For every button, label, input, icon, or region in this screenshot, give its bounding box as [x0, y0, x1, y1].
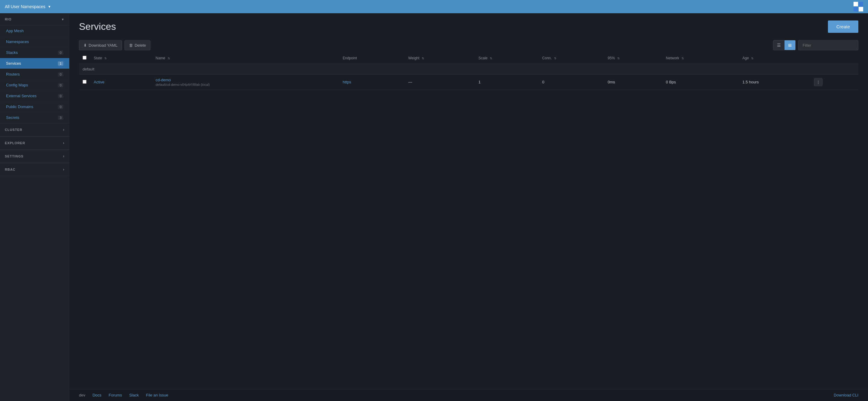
sidebar-rbac-section[interactable]: RBAC › [0, 163, 69, 176]
services-table: State ⇅ Name ⇅ Endpoint Weight ⇅ [79, 53, 858, 90]
footer-forums-link[interactable]: Forums [109, 393, 122, 397]
footer-slack-link[interactable]: Slack [129, 393, 139, 397]
main-layout: RIO ▼ App Mesh Namespaces Stacks 0 Servi… [0, 13, 868, 401]
grid-view-button[interactable]: ⊞ [784, 40, 795, 50]
network-column-header[interactable]: Network ⇅ [662, 53, 739, 64]
rio-chevron: ▼ [61, 18, 64, 21]
logo-cell-bl [854, 7, 858, 11]
sidebar-item-routers[interactable]: Routers 0 [0, 69, 69, 80]
state-sort-icon: ⇅ [104, 57, 107, 60]
sidebar-item-config-maps[interactable]: Config Maps 0 [0, 80, 69, 91]
footer-docs-link[interactable]: Docs [93, 393, 101, 397]
page-title: Services [79, 21, 116, 32]
delete-button[interactable]: 🗑 Delete [124, 40, 151, 50]
cluster-chevron: › [63, 128, 64, 132]
endpoint-column-header[interactable]: Endpoint [339, 53, 404, 64]
external-services-badge: 0 [58, 94, 63, 98]
row-network: 0 Bps [662, 75, 739, 90]
p95-sort-icon: ⇅ [617, 57, 620, 60]
sidebar-rio-label: RIO [5, 18, 11, 21]
scale-column-header[interactable]: Scale ⇅ [475, 53, 538, 64]
sidebar-item-public-domains[interactable]: Public Domains 0 [0, 101, 69, 112]
top-bar: All User Namespaces ▼ [0, 0, 868, 13]
weight-column-header[interactable]: Weight ⇅ [404, 53, 475, 64]
public-domains-badge: 0 [58, 105, 63, 109]
name-column-header[interactable]: Name ⇅ [152, 53, 339, 64]
row-weight: — [404, 75, 475, 90]
secrets-badge: 3 [58, 115, 63, 120]
footer: dev Docs Forums Slack File an Issue Down… [69, 389, 868, 401]
row-name[interactable]: cd-demo default/cd-demo-v04p4rf:f8fab (l… [152, 75, 339, 90]
explorer-chevron: › [63, 141, 64, 145]
services-table-container: State ⇅ Name ⇅ Endpoint Weight ⇅ [69, 53, 868, 389]
table-body: default Active cd-demo default/cd-demo-v… [79, 64, 858, 90]
content-header: Services Create [69, 13, 868, 38]
app-logo [854, 2, 863, 11]
namespace-label: All User Namespaces [5, 4, 45, 9]
age-sort-icon: ⇅ [751, 57, 753, 60]
sidebar-item-namespaces[interactable]: Namespaces [0, 36, 69, 47]
create-button[interactable]: Create [828, 21, 858, 33]
name-sort-icon: ⇅ [167, 57, 170, 60]
row-conn: 0 [538, 75, 604, 90]
namespace-selector[interactable]: All User Namespaces ▼ [5, 4, 854, 9]
sidebar-explorer-section[interactable]: EXPLORER › [0, 137, 69, 149]
routers-badge: 0 [58, 72, 63, 76]
logo-cell-tl [854, 2, 858, 6]
download-yaml-button[interactable]: ⬇ Download YAML [79, 40, 122, 50]
group-row-default: default [79, 64, 858, 75]
toolbar: ⬇ Download YAML 🗑 Delete ☰ ⊞ [69, 38, 868, 53]
select-all-header[interactable] [79, 53, 90, 64]
list-view-button[interactable]: ☰ [773, 40, 784, 50]
sidebar-item-app-mesh[interactable]: App Mesh [0, 26, 69, 36]
namespace-chevron: ▼ [48, 5, 51, 8]
settings-chevron: › [63, 154, 64, 158]
download-icon: ⬇ [84, 43, 87, 47]
actions-column-header [810, 53, 858, 64]
p95-column-header[interactable]: 95% ⇅ [604, 53, 662, 64]
main-content: Services Create ⬇ Download YAML 🗑 Delete… [69, 13, 868, 401]
group-label: default [79, 64, 858, 75]
footer-download-cli[interactable]: Download CLI [834, 393, 858, 397]
sidebar-item-external-services[interactable]: External Services 0 [0, 91, 69, 101]
sidebar-item-stacks[interactable]: Stacks 0 [0, 47, 69, 58]
stacks-badge: 0 [58, 51, 63, 55]
row-state: Active [90, 75, 152, 90]
row-action-menu-button[interactable]: ⋮ [814, 78, 823, 86]
row-checkbox[interactable] [83, 80, 87, 84]
age-column-header[interactable]: Age ⇅ [739, 53, 810, 64]
sidebar-rio-header[interactable]: RIO ▼ [0, 13, 69, 26]
conn-sort-icon: ⇅ [554, 57, 556, 60]
rbac-chevron: › [63, 167, 64, 172]
logo-cell-br [859, 7, 863, 11]
logo-cell-tr [859, 2, 863, 6]
network-sort-icon: ⇅ [681, 57, 684, 60]
weight-sort-icon: ⇅ [422, 57, 424, 60]
filter-input[interactable] [798, 40, 858, 50]
table-header: State ⇅ Name ⇅ Endpoint Weight ⇅ [79, 53, 858, 64]
view-toggle: ☰ ⊞ [773, 40, 796, 50]
sidebar: RIO ▼ App Mesh Namespaces Stacks 0 Servi… [0, 13, 69, 401]
footer-file-issue-link[interactable]: File an Issue [146, 393, 168, 397]
sidebar-cluster-section[interactable]: CLUSTER › [0, 124, 69, 136]
row-age: 1.5 hours [739, 75, 810, 90]
row-actions[interactable]: ⋮ [810, 75, 858, 90]
services-badge: 1 [58, 61, 63, 66]
row-endpoint[interactable]: https [339, 75, 404, 90]
state-column-header[interactable]: State ⇅ [90, 53, 152, 64]
sidebar-item-services[interactable]: Services 1 [0, 58, 69, 69]
trash-icon: 🗑 [129, 43, 133, 47]
footer-env: dev [79, 393, 85, 397]
row-scale: 1 [475, 75, 538, 90]
config-maps-badge: 0 [58, 83, 63, 87]
row-checkbox-cell[interactable] [79, 75, 90, 90]
row-p95: 0ms [604, 75, 662, 90]
table-row: Active cd-demo default/cd-demo-v04p4rf:f… [79, 75, 858, 90]
conn-column-header[interactable]: Conn. ⇅ [538, 53, 604, 64]
scale-sort-icon: ⇅ [490, 57, 492, 60]
sidebar-item-secrets[interactable]: Secrets 3 [0, 112, 69, 123]
sidebar-settings-section[interactable]: SETTINGS › [0, 150, 69, 163]
select-all-checkbox[interactable] [83, 56, 87, 60]
